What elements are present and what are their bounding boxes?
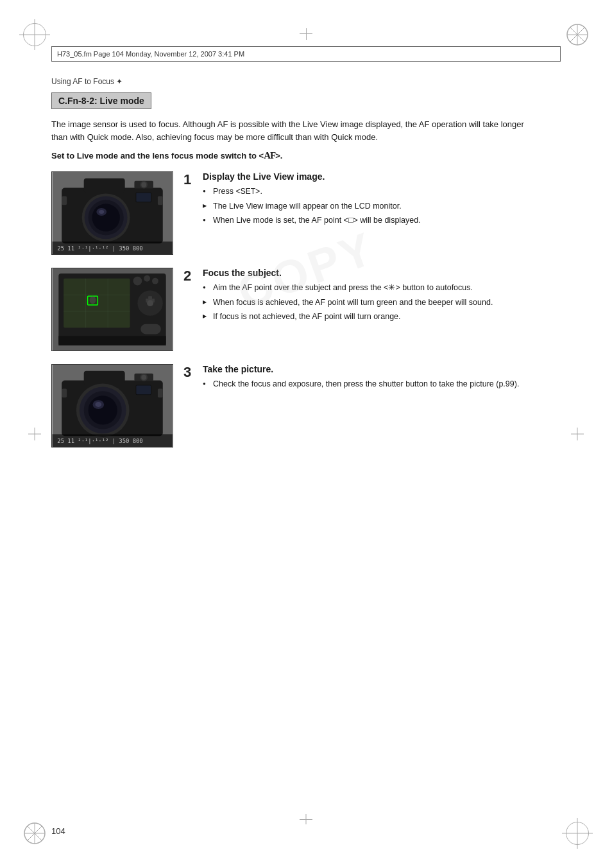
step-2-row: 2 Focus the subject. Aim the AF point ov…	[51, 268, 561, 351]
step-1-content: Display the Live View image. Press <SET>…	[203, 171, 561, 229]
step-1-bullet-2: The Live View image will appear on the L…	[203, 200, 561, 213]
svg-point-36	[90, 297, 96, 304]
step-2-bullets: Aim the AF point over the subject and pr…	[203, 282, 561, 323]
step-2-content: Focus the subject. Aim the AF point over…	[203, 268, 561, 325]
svg-point-42	[144, 275, 150, 282]
svg-rect-25	[158, 196, 163, 205]
step-1-row: 25 11 ²·¹|·¹·¹² | 350 800 1 Display the …	[51, 171, 561, 255]
step-3-number: 3	[183, 365, 198, 379]
step-1-heading: Display the Live View image.	[203, 171, 561, 182]
step-2-bullet-1: Aim the AF point over the subject and pr…	[203, 282, 561, 294]
step-3-bullets: Check the focus and exposure, then press…	[203, 378, 561, 390]
corner-mark-bl	[19, 818, 50, 849]
step-3-content: Take the picture. Check the focus and ex…	[203, 364, 561, 392]
content-area: Using AF to Focus ✦ C.Fn-8-2: Live mode …	[51, 77, 561, 804]
step-3-bullet-1: Check the focus and exposure, then press…	[203, 378, 561, 390]
step-1-bullet-1: Press <SET>.	[203, 186, 561, 198]
svg-point-21	[99, 210, 104, 214]
step-2-bullet-3: If focus is not achieved, the AF point w…	[203, 311, 561, 323]
steps-container: 25 11 ²·¹|·¹·¹² | 350 800 1 Display the …	[51, 171, 561, 447]
step-3-camera-image: 25 11 ²·¹|·¹·¹² | 350 800	[51, 364, 173, 447]
svg-point-51	[141, 375, 146, 380]
page-container: H73_05.fm Page 104 Monday, November 12, …	[0, 0, 612, 868]
step-3-row: 25 11 ²·¹|·¹·¹² | 350 800 3 Take the pic…	[51, 364, 561, 447]
svg-point-41	[133, 277, 142, 286]
svg-point-19	[92, 204, 119, 232]
corner-mark-tr	[562, 19, 593, 50]
set-instruction: Set to Live mode and the lens focus mode…	[51, 150, 561, 161]
svg-rect-30	[64, 279, 130, 328]
file-info-bar: H73_05.fm Page 104 Monday, November 12, …	[51, 46, 561, 62]
svg-point-55	[89, 396, 117, 425]
page-header-label: Using AF to Focus ✦	[51, 77, 561, 86]
intro-paragraph: The image sensor is used to focus. Altho…	[51, 118, 526, 144]
svg-rect-48	[84, 371, 125, 385]
svg-rect-44	[58, 336, 166, 346]
svg-text:25  11  ²·¹|·¹·¹²   | 350 800: 25 11 ²·¹|·¹·¹² | 350 800	[57, 438, 142, 444]
corner-mark-tl	[19, 19, 50, 50]
step-1-bullets: Press <SET>. The Live View image will ap…	[203, 186, 561, 227]
svg-rect-12	[84, 178, 125, 193]
svg-rect-60	[62, 389, 67, 398]
top-center-crosshair-v	[306, 28, 307, 40]
svg-text:25  11  ²·¹|·¹·¹²   | 350 800: 25 11 ²·¹|·¹·¹² | 350 800	[57, 245, 142, 252]
step-1-camera-image: 25 11 ²·¹|·¹·¹² | 350 800	[51, 171, 173, 255]
file-info-text: H73_05.fm Page 104 Monday, November 12, …	[57, 50, 244, 58]
step-3-heading: Take the picture.	[203, 364, 561, 374]
svg-rect-61	[158, 389, 163, 398]
step-3-content-wrapper: 3 Take the picture. Check the focus and …	[183, 364, 561, 392]
svg-rect-23	[136, 193, 151, 202]
top-center-crosshair-h	[300, 33, 312, 34]
svg-rect-45	[140, 324, 161, 334]
page-number: 104	[51, 826, 65, 836]
step-2-number: 2	[183, 269, 198, 283]
svg-point-40	[147, 300, 153, 307]
corner-mark-br	[562, 818, 593, 849]
step-2-bullet-2: When focus is achieved, the AF point wil…	[203, 297, 561, 309]
svg-point-57	[95, 402, 101, 407]
right-center-mark	[571, 428, 584, 440]
step-2-content-wrapper: 2 Focus the subject. Aim the AF point ov…	[183, 268, 561, 325]
svg-rect-24	[62, 196, 67, 205]
left-center-mark	[28, 428, 41, 440]
svg-rect-59	[136, 386, 151, 395]
step-1-content-wrapper: 1 Display the Live View image. Press <SE…	[183, 171, 561, 229]
svg-point-43	[152, 278, 158, 284]
step-1-bullet-3: When Live mode is set, the AF point <□> …	[203, 214, 561, 227]
step-2-camera-image	[51, 268, 173, 351]
svg-point-15	[141, 182, 146, 187]
step-2-heading: Focus the subject.	[203, 268, 561, 278]
step-1-number: 1	[183, 173, 198, 187]
section-title: C.Fn-8-2: Live mode	[51, 92, 151, 109]
bottom-center-mark-h	[300, 819, 312, 820]
